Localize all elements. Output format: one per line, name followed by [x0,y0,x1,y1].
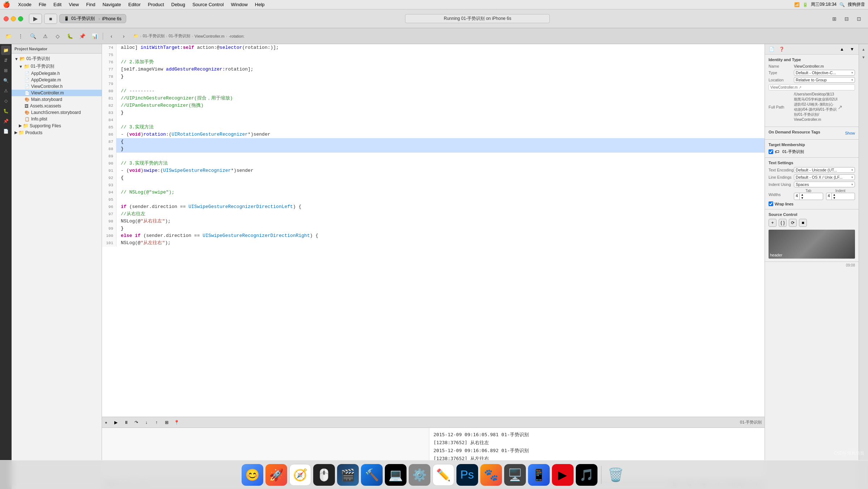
panel-left-toggle[interactable]: ⊞ [829,14,840,24]
menu-window[interactable]: Window [227,1,251,8]
scroll-up-icon[interactable]: ▲ [860,46,867,53]
debug-pause-btn[interactable]: ⏸ [122,419,131,426]
tab-down-arrow[interactable]: ▼ [800,196,805,200]
bc-project[interactable]: 01-手势识别 [143,33,165,39]
filename-field[interactable]: ViewController.m ↗ [769,84,855,90]
file-tree-content[interactable]: ▼ 📂 01-手势识别 ▼ 📁 01-手势识别 📄 AppDelegate.h [12,54,102,489]
inspector-down-btn[interactable]: ▼ [848,46,856,53]
dock-vm-icon[interactable]: 🖥️ [504,464,526,486]
inspector-quick-tab[interactable]: ❓ [777,46,786,53]
dock-finder-icon[interactable]: 😊 [242,464,263,486]
type-dropdown[interactable]: Default - Objective-C... ▾ [794,70,855,76]
code-editor[interactable]: 74 alloc] initWithTarget:self action:@se… [102,44,765,417]
list-item[interactable]: ▶ 📁 Supporting Files [12,122,102,129]
tab-arrows[interactable]: ▲ ▼ [799,193,805,200]
bc-root[interactable]: 📁 [133,34,139,38]
nav-btn[interactable]: ⋮ [15,31,26,41]
debug-location-sim[interactable]: 📍 [173,419,181,426]
apple-menu[interactable]: 🍎 [3,1,10,8]
debug-step-in[interactable]: ↓ [142,419,151,426]
dock-media-icon[interactable]: 🎬 [337,464,359,486]
debug-play-btn[interactable]: ▶ [112,419,120,426]
stop-button[interactable]: ■ [44,14,57,24]
nav-test-icon[interactable]: ◇ [1,96,10,106]
dock-safari-icon[interactable]: 🧭 [289,464,311,486]
warning-btn[interactable]: ⚠ [40,31,51,41]
dock-trash-icon[interactable]: 🗑️ [605,464,627,486]
inspector-up-btn[interactable]: ▲ [838,46,846,53]
wrap-lines-checkbox[interactable] [769,201,773,206]
location-dropdown[interactable]: Relative to Group ▾ [794,77,855,83]
dock-launchpad-icon[interactable]: 🚀 [265,464,287,486]
panel-center-toggle[interactable]: ⊟ [841,14,852,24]
indent-arrows[interactable]: ▲ ▼ [831,193,837,200]
list-item[interactable]: 📄 AppDelegate.m [12,77,102,83]
target-checkbox[interactable] [769,149,773,154]
debug-btn[interactable]: 🐛 [64,31,75,41]
sc-add-icon[interactable]: + [769,219,776,227]
bc-file[interactable]: ViewController.m [195,34,225,38]
breakpoint-btn[interactable]: 📌 [77,31,88,41]
menu-debug[interactable]: Debug [168,1,189,8]
forward-btn[interactable]: › [118,31,129,41]
list-item[interactable]: 🎨 LaunchScreen.storyboard [12,109,102,116]
search-btn[interactable]: 🔍 [27,31,38,41]
sc-history-icon[interactable]: ⟳ [789,219,797,227]
menu-editor[interactable]: Editor [125,1,144,8]
reports-btn[interactable]: 📊 [89,31,100,41]
list-item[interactable]: 📄 ViewController.h [12,83,102,90]
menu-help[interactable]: Help [251,1,268,8]
list-item[interactable]: 📋 Info.plist [12,116,102,122]
list-item[interactable]: ▶ 📁 Products [12,129,102,136]
indent-down-arrow[interactable]: ▼ [832,196,837,200]
menu-edit[interactable]: Edit [50,1,65,8]
sc-diff-icon[interactable]: { } [779,219,787,227]
indent-stepper[interactable]: 4 ▲ ▼ [826,193,855,200]
encoding-dropdown[interactable]: Default - Unicode (UT... ▾ [794,167,855,173]
indent-dropdown[interactable]: Spaces ▾ [794,182,855,187]
nav-bp-icon[interactable]: 📌 [1,116,10,126]
tab-up-arrow[interactable]: ▲ [800,193,805,196]
file-btn[interactable]: 📁 [3,31,14,41]
menu-find[interactable]: Find [82,1,99,8]
dock-ps-icon[interactable]: Ps [456,464,478,486]
menu-xcode[interactable]: Xcode [14,1,35,8]
close-button[interactable] [4,16,9,21]
minimize-button[interactable] [11,16,16,21]
dock-phone-icon[interactable]: 📱 [528,464,550,486]
tree-group-1[interactable]: ▼ 📁 01-手势识别 [12,63,102,70]
run-button[interactable]: ▶ [29,14,42,24]
dock-terminal-icon[interactable]: 💻 [385,464,407,486]
bc-method[interactable]: -rotation: [229,34,244,38]
bc-folder[interactable]: 01-手势识别 [169,33,190,39]
nav-debug-icon[interactable]: 🐛 [1,106,10,116]
endings-dropdown[interactable]: Default - OS X / Unix (LF... ▾ [794,174,855,180]
dock-music-icon[interactable]: 🎵 [576,464,597,486]
list-item[interactable]: 🖼 Assets.xcassets [12,103,102,109]
dock-play-icon[interactable]: ▶ [552,464,574,486]
menu-source-control[interactable]: Source Control [189,1,227,8]
tree-root[interactable]: ▼ 📂 01-手势识别 [12,55,102,63]
debug-step-over[interactable]: ↷ [132,419,141,426]
dock-xcode-icon[interactable]: 🔨 [361,464,383,486]
scheme-selector[interactable]: 📱 01-手势识别 › iPhone 6s [59,14,126,23]
reveal-in-finder-icon[interactable]: ↗ [838,104,842,111]
search-icon[interactable]: 🔍 [839,2,845,7]
indent-up-arrow[interactable]: ▲ [832,193,837,196]
nav-symbol-icon[interactable]: ⊞ [1,66,10,75]
menu-view[interactable]: View [65,1,82,8]
show-link[interactable]: Show [845,131,855,135]
dock-sketch-icon[interactable]: ✏️ [433,464,454,486]
dock-paw-icon[interactable]: 🐾 [480,464,502,486]
dock-syspref-icon[interactable]: ⚙️ [409,464,430,486]
dock-mouse-icon[interactable]: 🖱️ [313,464,335,486]
panel-right-toggle[interactable]: ⊡ [854,14,864,24]
list-item[interactable]: 📄 AppDelegate.h [12,70,102,77]
sc-blame-icon[interactable]: ■ [799,219,807,227]
test-btn[interactable]: ◇ [52,31,63,41]
maximize-button[interactable] [18,16,23,21]
inspector-file-tab[interactable]: 📄 [767,46,776,53]
debug-view-debug[interactable]: ⊞ [162,419,171,426]
nav-issue-icon[interactable]: ⚠ [1,86,10,95]
back-btn[interactable]: ‹ [106,31,117,41]
